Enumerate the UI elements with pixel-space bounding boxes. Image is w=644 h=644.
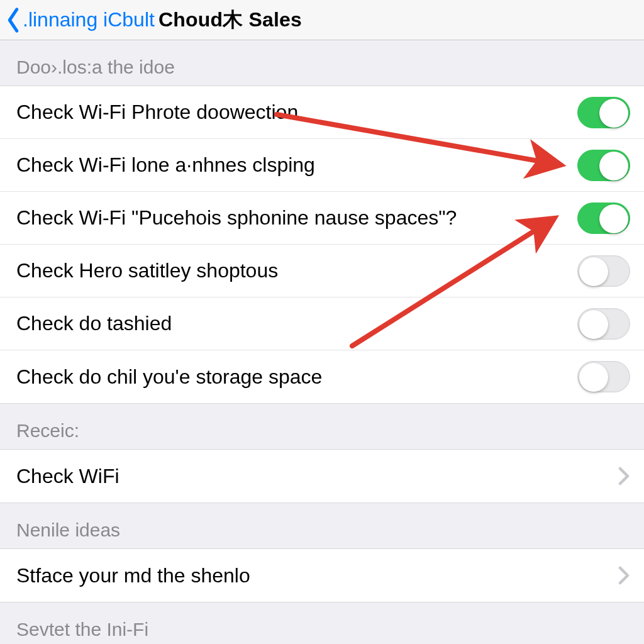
chevron-right-icon — [618, 566, 630, 585]
toggle-label: Check Hero satitley shoptous — [16, 259, 577, 282]
toggle-row: Check Hero satitley shoptous — [0, 245, 644, 297]
navbar: .linnaing iCbult Choud⽊ Sales — [0, 0, 644, 40]
toggle-switch[interactable] — [577, 150, 630, 181]
nav-list-1: Check WiFi — [0, 449, 644, 503]
toggle-list: Check Wi-Fi Phrote doowection Check Wi-F… — [0, 86, 644, 404]
toggle-row: Check Wi-Fi "Pucehois sphonine nause spa… — [0, 192, 644, 245]
page-title: Choud⽊ Sales — [158, 6, 302, 34]
toggle-switch[interactable] — [577, 308, 630, 340]
chevron-left-icon — [5, 8, 21, 33]
toggle-switch[interactable] — [577, 255, 630, 287]
nav-list-2: Stface your md the shenlo — [0, 548, 644, 602]
nav-row-check-wifi[interactable]: Check WiFi — [0, 450, 644, 502]
back-label: .linnaing iCbult — [23, 8, 155, 31]
toggle-label: Check Wi-Fi lone a·nhnes clsping — [16, 153, 577, 177]
nav-row-stface[interactable]: Stface your md the shenlo — [0, 549, 644, 602]
toggle-label: Check Wi-Fi "Pucehois sphonine nause spa… — [16, 206, 577, 230]
nav-row-label: Stface your md the shenlo — [16, 564, 618, 587]
toggle-row: Check Wi-Fi lone a·nhnes clsping — [0, 139, 644, 192]
toggle-label: Check do chil you'e storage space — [16, 365, 577, 389]
toggle-row: Check do tashied — [0, 297, 644, 350]
toggle-switch[interactable] — [577, 361, 630, 392]
section-header-4: Sevtet the Ini-Fi — [0, 602, 644, 644]
chevron-right-icon — [618, 467, 630, 486]
section-header-1: Doo›.los:a the idoe — [0, 40, 644, 86]
toggle-row: Check do chil you'e storage space — [0, 350, 644, 403]
toggle-switch[interactable] — [577, 97, 630, 128]
section-header-2: Receic: — [0, 404, 644, 449]
section-header-3: Nenile ideas — [0, 503, 644, 548]
nav-row-label: Check WiFi — [16, 465, 618, 488]
back-button[interactable]: .linnaing iCbult — [5, 8, 155, 33]
toggle-row: Check Wi-Fi Phrote doowection — [0, 86, 644, 139]
toggle-label: Check Wi-Fi Phrote doowection — [16, 101, 577, 124]
toggle-switch[interactable] — [577, 203, 630, 234]
toggle-label: Check do tashied — [16, 312, 577, 335]
